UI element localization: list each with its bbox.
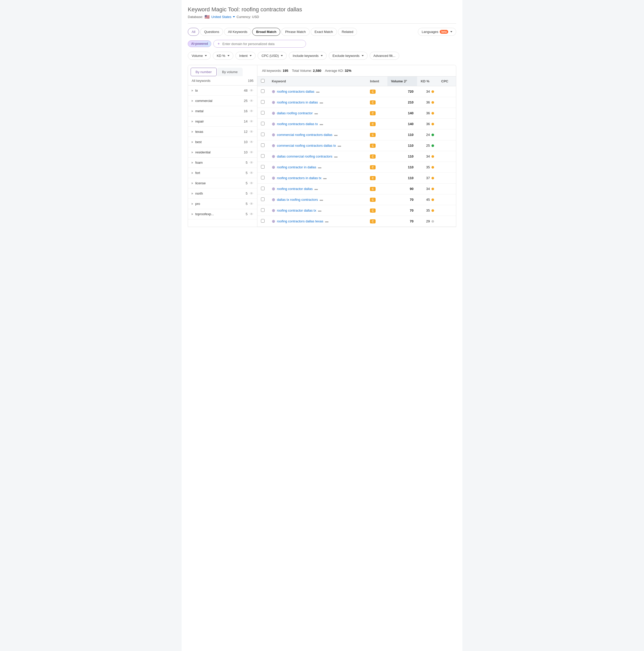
- tab-all[interactable]: All: [188, 28, 199, 36]
- row-checkbox[interactable]: [261, 132, 265, 136]
- sidebar-item-foam[interactable]: foam 5 👁: [188, 158, 257, 168]
- sidebar-item-commercial[interactable]: commercial 25 👁: [188, 96, 257, 106]
- volume-col-header[interactable]: Volume: [387, 76, 417, 86]
- eye-icon[interactable]: 👁: [250, 129, 254, 134]
- keyword-link[interactable]: dallas commercial roofing contractors: [277, 154, 332, 158]
- add-keyword-button[interactable]: ⊕: [272, 100, 275, 105]
- table-icon[interactable]: ▬: [318, 165, 321, 169]
- sidebar-item-residential[interactable]: residential 10 👁: [188, 147, 257, 158]
- row-checkbox[interactable]: [261, 197, 265, 201]
- table-icon[interactable]: ▬: [320, 100, 323, 104]
- table-icon[interactable]: ▬: [318, 209, 321, 212]
- database-link[interactable]: United States: [211, 15, 235, 19]
- keyword-link[interactable]: roofing contractor dallas tx: [277, 209, 316, 212]
- add-keyword-button[interactable]: ⊕: [272, 89, 275, 94]
- sidebar-item-texas[interactable]: texas 12 👁: [188, 127, 257, 137]
- kd-filter[interactable]: KD %: [213, 52, 233, 60]
- eye-icon[interactable]: 👁: [250, 119, 254, 124]
- eye-icon[interactable]: 👁: [250, 212, 254, 216]
- intent-filter[interactable]: Intent: [235, 52, 256, 60]
- select-all-checkbox[interactable]: [261, 79, 265, 83]
- keyword-link[interactable]: roofing contractors in dallas: [277, 100, 318, 104]
- row-checkbox[interactable]: [261, 122, 265, 125]
- cpc-filter[interactable]: CPC (USD): [258, 52, 287, 60]
- sidebar-item-best[interactable]: best 10 👁: [188, 137, 257, 147]
- keyword-link[interactable]: roofing contractors in dallas tx: [277, 176, 321, 180]
- keyword-link[interactable]: roofing contractors dallas texas: [277, 219, 323, 223]
- sidebar-item-fort[interactable]: fort 5 👁: [188, 168, 257, 178]
- add-keyword-button[interactable]: ⊕: [272, 165, 275, 169]
- sidebar-item-license[interactable]: license 5 👁: [188, 178, 257, 188]
- tab-languages[interactable]: Languages beta: [418, 28, 456, 36]
- table-icon[interactable]: ▬: [334, 154, 338, 158]
- table-icon[interactable]: ▬: [334, 133, 338, 137]
- add-keyword-button[interactable]: ⊕: [272, 186, 275, 191]
- table-icon[interactable]: ▬: [325, 219, 328, 223]
- add-keyword-button[interactable]: ⊕: [272, 219, 275, 224]
- keyword-link[interactable]: roofing contractors dallas: [277, 90, 314, 93]
- row-checkbox[interactable]: [261, 219, 265, 223]
- eye-icon[interactable]: 👁: [250, 88, 254, 93]
- tab-phrase-match[interactable]: Phrase Match: [281, 28, 310, 36]
- eye-icon[interactable]: 👁: [250, 170, 254, 175]
- add-keyword-button[interactable]: ⊕: [272, 208, 275, 213]
- keyword-link[interactable]: commercial roofing contractors dallas: [277, 133, 332, 137]
- keyword-link[interactable]: roofing contractor dallas: [277, 187, 313, 191]
- sidebar-tab-by-volume[interactable]: By volume: [217, 68, 243, 76]
- add-keyword-button[interactable]: ⊕: [272, 132, 275, 137]
- eye-icon[interactable]: 👁: [250, 202, 254, 206]
- table-icon[interactable]: ▬: [315, 111, 318, 115]
- row-checkbox[interactable]: [261, 144, 265, 147]
- sidebar-item-metal[interactable]: metal 16 👁: [188, 106, 257, 116]
- sidebar-item-tx[interactable]: tx 48 👁: [188, 86, 257, 96]
- volume-filter[interactable]: Volume: [188, 52, 211, 60]
- table-icon[interactable]: ▬: [323, 176, 327, 180]
- eye-icon[interactable]: 👁: [250, 181, 254, 185]
- eye-icon[interactable]: 👁: [250, 140, 254, 144]
- add-keyword-button[interactable]: ⊕: [272, 122, 275, 126]
- add-keyword-button[interactable]: ⊕: [272, 176, 275, 181]
- keyword-link[interactable]: roofing contractor in dallas: [277, 165, 316, 169]
- domain-input[interactable]: [222, 42, 302, 46]
- sidebar-item-repair[interactable]: repair 14 👁: [188, 116, 257, 127]
- row-checkbox[interactable]: [261, 208, 265, 212]
- tab-questions[interactable]: Questions: [200, 28, 223, 36]
- row-checkbox[interactable]: [261, 154, 265, 158]
- add-keyword-button[interactable]: ⊕: [272, 197, 275, 202]
- include-keywords-filter[interactable]: Include keywords: [289, 52, 326, 60]
- eye-icon[interactable]: 👁: [250, 191, 254, 196]
- exclude-keywords-filter[interactable]: Exclude keywords: [329, 52, 368, 60]
- row-checkbox[interactable]: [261, 165, 265, 168]
- row-checkbox[interactable]: [261, 187, 265, 190]
- sidebar-item-toproofexp[interactable]: toproofexp... 5 👁: [188, 209, 257, 219]
- sidebar-tab-by-number[interactable]: By number: [191, 68, 217, 76]
- table-icon[interactable]: ▬: [320, 122, 323, 126]
- keyword-link[interactable]: dallas roofing contractor: [277, 111, 313, 115]
- tab-related[interactable]: Related: [338, 28, 357, 36]
- row-checkbox[interactable]: [261, 100, 265, 104]
- advanced-filter[interactable]: Advanced filt...: [370, 52, 399, 60]
- add-keyword-button[interactable]: ⊕: [272, 143, 275, 148]
- tab-exact-match[interactable]: Exact Match: [311, 28, 337, 36]
- keyword-link[interactable]: roofing contractors dallas tx: [277, 122, 318, 126]
- row-checkbox[interactable]: [261, 176, 265, 179]
- keyword-link[interactable]: commercial roofing contractors dallas tx: [277, 144, 336, 148]
- eye-icon[interactable]: 👁: [250, 109, 254, 113]
- table-icon[interactable]: ▬: [315, 187, 318, 191]
- eye-icon[interactable]: 👁: [250, 160, 254, 165]
- table-icon[interactable]: ▬: [320, 198, 323, 202]
- table-icon[interactable]: ▬: [316, 90, 319, 93]
- ai-input-container[interactable]: ✦: [213, 40, 306, 48]
- add-keyword-button[interactable]: ⊕: [272, 111, 275, 116]
- row-checkbox[interactable]: [261, 89, 265, 93]
- eye-icon[interactable]: 👁: [250, 150, 254, 154]
- tab-broad-match[interactable]: Broad Match: [252, 28, 280, 36]
- add-keyword-button[interactable]: ⊕: [272, 154, 275, 159]
- table-icon[interactable]: ▬: [338, 144, 341, 148]
- sidebar-item-pro[interactable]: pro 5 👁: [188, 199, 257, 209]
- row-checkbox[interactable]: [261, 111, 265, 115]
- tab-all-keywords[interactable]: All Keywords: [224, 28, 251, 36]
- volume-sort-icon[interactable]: [404, 80, 407, 83]
- eye-icon[interactable]: 👁: [250, 99, 254, 103]
- keyword-link[interactable]: dallas tx roofing contractors: [277, 198, 318, 202]
